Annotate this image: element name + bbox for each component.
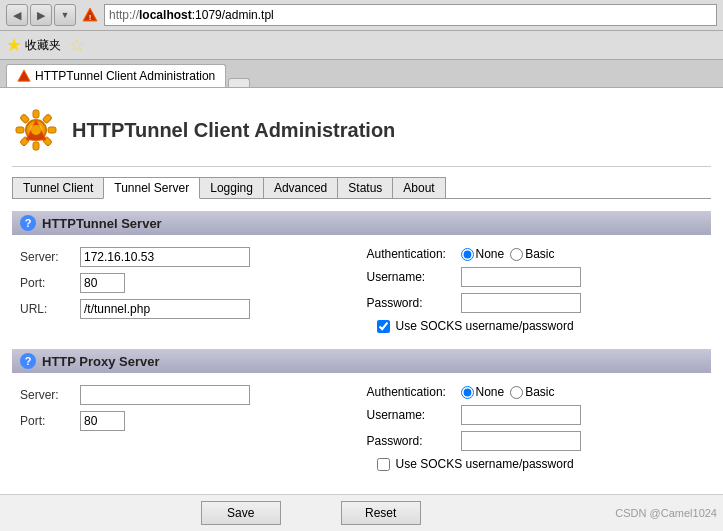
favorites-label: 收藏夹 [25,37,61,54]
back-button[interactable]: ◀ [6,4,28,26]
proxy-password-label: Password: [367,434,457,448]
tunnel-auth-label: Authentication: [367,247,457,261]
nav-buttons: ◀ ▶ ▼ [6,4,76,26]
proxy-password-row: Password: [367,431,704,451]
tunnel-server-row: Server: [20,247,357,267]
httptunnel-server-section: ? HTTPTunnel Server Server: Port: URL: [12,211,711,337]
proxy-username-row: Username: [367,405,704,425]
http-proxy-title: HTTP Proxy Server [42,354,160,369]
tunnel-auth-radio-group: None Basic [461,247,555,261]
proxy-auth-none[interactable]: None [461,385,505,399]
tunnel-auth-basic[interactable]: Basic [510,247,554,261]
svg-rect-5 [33,110,39,118]
app-header: HTTPTunnel Client Administration [12,98,711,167]
svg-rect-12 [20,114,30,124]
bookmarks-bar: ★ 收藏夹 ☆ [0,31,723,60]
app-logo-icon [12,106,60,154]
proxy-cols: Server: Port: Authentication: [20,385,703,471]
proxy-port-row: Port: [20,411,357,431]
httptunnel-server-header: ? HTTPTunnel Server [12,211,711,235]
tab-advanced[interactable]: Advanced [263,177,338,198]
tunnel-socks-row: Use SOCKS username/password [367,319,704,333]
tunnel-auth-row: Authentication: None Basic [367,247,704,261]
proxy-auth-none-radio[interactable] [461,386,474,399]
watermark-text: CSDN @Camel1024 [615,507,717,519]
browser-tab-main[interactable]: HTTPTunnel Client Administration [6,64,226,87]
tunnel-server-left: Server: Port: URL: [20,247,357,333]
proxy-auth-basic-label: Basic [525,385,554,399]
proxy-socks-row: Use SOCKS username/password [367,457,704,471]
nav-tabs: Tunnel Client Tunnel Server Logging Adva… [12,177,711,199]
http-proxy-header: ? HTTP Proxy Server [12,349,711,373]
svg-text:!: ! [89,13,92,22]
proxy-auth-basic-radio[interactable] [510,386,523,399]
browser-tab-label: HTTPTunnel Client Administration [35,69,215,83]
tunnel-auth-basic-radio[interactable] [510,248,523,261]
tab-tunnel-server[interactable]: Tunnel Server [103,177,200,199]
http-proxy-section: ? HTTP Proxy Server Server: Port: [12,349,711,475]
tunnel-username-label: Username: [367,270,457,284]
app-logo [12,106,60,154]
tab-status[interactable]: Status [337,177,393,198]
proxy-port-input[interactable] [80,411,125,431]
tunnel-auth-none-radio[interactable] [461,248,474,261]
proxy-password-input[interactable] [461,431,581,451]
proxy-auth-row: Authentication: None Basic [367,385,704,399]
forward-button[interactable]: ▶ [30,4,52,26]
tunnel-url-row: URL: [20,299,357,319]
tunnel-auth-basic-label: Basic [525,247,554,261]
tunnel-auth-none[interactable]: None [461,247,505,261]
server-label: Server: [20,250,80,264]
proxy-auth-basic[interactable]: Basic [510,385,554,399]
browser-tab-bar: HTTPTunnel Client Administration [0,60,723,88]
tunnel-username-input[interactable] [461,267,581,287]
proxy-auth-radio-group: None Basic [461,385,555,399]
proxy-left: Server: Port: [20,385,357,471]
svg-rect-7 [48,127,56,133]
proxy-auth-none-label: None [476,385,505,399]
httptunnel-server-title: HTTPTunnel Server [42,216,162,231]
tunnel-password-label: Password: [367,296,457,310]
save-button[interactable]: Save [201,501,281,525]
svg-rect-11 [16,127,24,133]
svg-rect-6 [42,114,52,124]
server-input[interactable] [80,247,250,267]
bottom-bar: Save Reset CSDN @Camel1024 [0,494,723,531]
reset-button[interactable]: Reset [341,501,421,525]
browser-bar: ◀ ▶ ▼ ! http://localhost:1079/admin.tpl [0,0,723,31]
proxy-socks-checkbox[interactable] [377,458,390,471]
bookmark-add[interactable]: ☆ [69,34,85,56]
proxy-auth-label: Authentication: [367,385,457,399]
http-proxy-content: Server: Port: Authentication: [12,381,711,475]
tab-logo-icon [17,69,31,83]
svg-marker-2 [18,70,30,81]
tab-about[interactable]: About [392,177,445,198]
proxy-right: Authentication: None Basic [357,385,704,471]
dropdown-button[interactable]: ▼ [54,4,76,26]
port-input[interactable] [80,273,125,293]
svg-point-14 [31,125,41,135]
proxy-server-input[interactable] [80,385,250,405]
httptunnel-server-content: Server: Port: URL: Authentication: [12,243,711,337]
bookmark-favorites[interactable]: ★ 收藏夹 [6,34,61,56]
proxy-socks-label: Use SOCKS username/password [396,457,574,471]
tunnel-socks-checkbox[interactable] [377,320,390,333]
proxy-username-label: Username: [367,408,457,422]
svg-rect-9 [33,142,39,150]
button-group: Save Reset [6,501,615,525]
tab-tunnel-client[interactable]: Tunnel Client [12,177,104,198]
browser-tab-empty[interactable] [228,78,250,87]
proxy-username-input[interactable] [461,405,581,425]
tunnel-password-row: Password: [367,293,704,313]
proxy-server-row: Server: [20,385,357,405]
port-label: Port: [20,276,80,290]
tunnel-socks-label: Use SOCKS username/password [396,319,574,333]
tab-logging[interactable]: Logging [199,177,264,198]
url-input[interactable] [80,299,250,319]
tunnel-password-input[interactable] [461,293,581,313]
proxy-port-label: Port: [20,414,80,428]
app-title: HTTPTunnel Client Administration [72,119,395,142]
proxy-server-label: Server: [20,388,80,402]
address-text: http://localhost:1079/admin.tpl [109,8,274,22]
address-bar[interactable]: http://localhost:1079/admin.tpl [104,4,717,26]
